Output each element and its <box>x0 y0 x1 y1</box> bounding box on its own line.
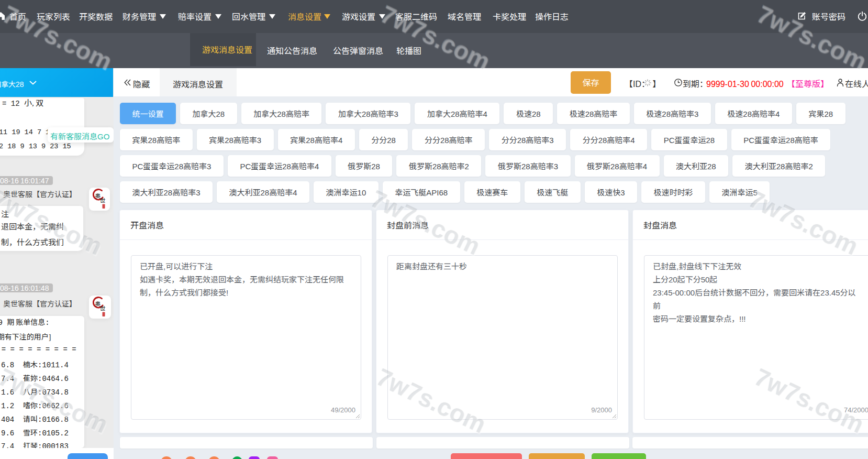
svg-text:世: 世 <box>100 196 106 204</box>
svg-text:世: 世 <box>100 304 106 312</box>
